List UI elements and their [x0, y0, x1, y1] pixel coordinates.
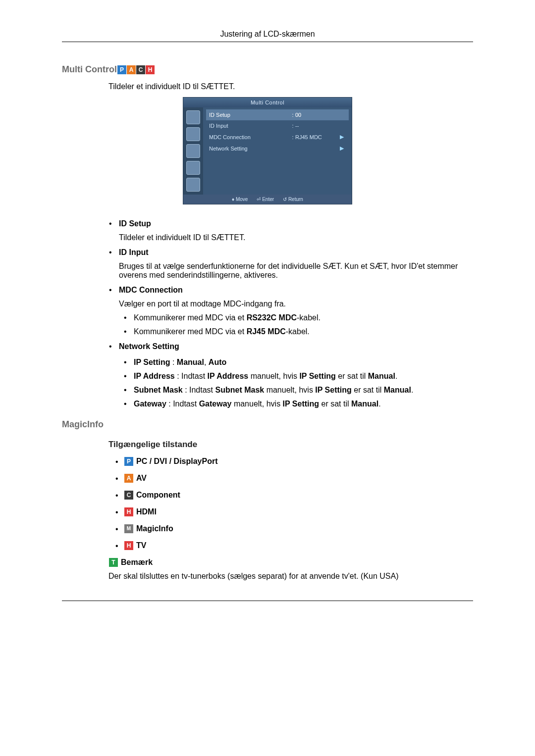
mode-label: AV: [136, 474, 147, 483]
osd-row-idinput: ID Input : --: [206, 120, 349, 131]
item-id-input: ID Input Bruges til at vælge senderfunkt…: [104, 248, 473, 280]
osd-menu: ID Setup : 00 ID Input : -- MDC Connecti…: [203, 107, 352, 195]
mode-label: PC / DVI / DisplayPort: [136, 457, 217, 466]
osd-side-icons: [183, 107, 203, 195]
network-sub-list: IP Setting : Manual, Auto IP Address : I…: [119, 358, 473, 408]
item-label: MDC Connection: [119, 286, 183, 294]
osd-side-icon: [186, 161, 200, 175]
osd-label: Network Setting: [209, 146, 290, 151]
osd-colon: :: [290, 112, 295, 118]
section-heading-multi-control: Multi Control P A C H: [62, 64, 473, 75]
mode-av: A AV: [111, 474, 473, 483]
osd-side-icon: [186, 144, 200, 158]
net-gateway: Gateway : Indtast Gateway manuelt, hvis …: [119, 400, 473, 408]
note-label: Bemærk: [121, 558, 153, 567]
osd-side-icon: [186, 178, 200, 192]
osd-value: 00: [295, 112, 340, 118]
t-icon: T: [109, 558, 118, 567]
osd-colon: :: [290, 123, 295, 129]
net-subnet-mask: Subnet Mask : Indtast Subnet Mask manuel…: [119, 386, 473, 395]
c-icon: C: [124, 491, 133, 500]
item-network-setting: Network Setting IP Setting : Manual, Aut…: [104, 342, 473, 408]
osd-side-icon: [186, 127, 200, 141]
heading-text: MagicInfo: [62, 419, 104, 430]
intro-text: Tildeler et individuelt ID til SÆTTET.: [108, 82, 473, 91]
c-icon: C: [136, 65, 145, 74]
modes-list: P PC / DVI / DisplayPort A AV C Componen…: [111, 457, 473, 550]
mode-hdmi: H HDMI: [111, 507, 473, 516]
mdc-sub-rs232c: Kommunikerer med MDC via et RS232C MDC-k…: [119, 313, 473, 322]
osd-value: RJ45 MDC: [295, 134, 340, 140]
a-icon: A: [124, 474, 133, 483]
osd-label: MDC Connection: [209, 134, 290, 140]
p-icon: P: [124, 457, 133, 466]
net-ip-address: IP Address : Indtast IP Address manuelt,…: [119, 372, 473, 381]
mode-label: HDMI: [136, 507, 157, 516]
osd-value: --: [295, 123, 340, 129]
h-icon: H: [124, 541, 133, 550]
mode-component: C Component: [111, 491, 473, 500]
h-icon: H: [146, 65, 155, 74]
item-mdc-connection: MDC Connection Vælger en port til at mod…: [104, 286, 473, 336]
osd-label: ID Input: [209, 123, 290, 129]
mode-tv: H TV: [111, 541, 473, 550]
osd-screenshot: Multi Control ID Setup : 00 ID Input :: [183, 97, 352, 204]
osd-row-mdc: MDC Connection : RJ45 MDC ▶: [206, 131, 349, 143]
mode-magicinfo: M MagicInfo: [111, 524, 473, 533]
osd-footer-enter: ⏎ Enter: [257, 197, 274, 202]
page: Justering af LCD-skærmen Multi Control P…: [0, 0, 535, 756]
osd-footer-move: ♦ Move: [232, 197, 248, 202]
chevron-right-icon: ▶: [340, 145, 346, 151]
item-desc: Vælger en port til at modtage MDC-indgan…: [119, 300, 473, 308]
net-ip-setting: IP Setting : Manual, Auto: [119, 358, 473, 367]
mode-label: MagicInfo: [136, 524, 173, 533]
osd-label: ID Setup: [209, 112, 290, 118]
a-icon: A: [127, 65, 136, 74]
p-icon: P: [117, 65, 126, 74]
mode-pc: P PC / DVI / DisplayPort: [111, 457, 473, 466]
chevron-right-icon: ▶: [340, 134, 346, 140]
osd-footer-return: ↺ Return: [283, 197, 303, 202]
item-label: ID Setup: [119, 219, 151, 228]
footer-divider: [62, 601, 473, 601]
header-divider: [62, 42, 473, 42]
note-heading: T Bemærk: [108, 558, 473, 567]
multi-control-items: ID Setup Tildeler et individuelt ID til …: [104, 219, 473, 408]
m-icon: M: [124, 524, 133, 533]
osd-colon: :: [290, 134, 295, 140]
item-label: ID Input: [119, 248, 149, 256]
page-header: Justering af LCD-skærmen: [62, 30, 473, 39]
osd-body: ID Setup : 00 ID Input : -- MDC Connecti…: [183, 107, 352, 195]
item-id-setup: ID Setup Tildeler et individuelt ID til …: [104, 219, 473, 242]
section-heading-magicinfo: MagicInfo: [62, 419, 473, 430]
heading-text: Multi Control: [62, 64, 117, 75]
item-desc: Tildeler et individuelt ID til SÆTTET.: [119, 233, 473, 242]
mode-label: Component: [136, 491, 180, 500]
osd-row-idsetup: ID Setup : 00: [206, 109, 349, 120]
mdc-sub-list: Kommunikerer med MDC via et RS232C MDC-k…: [119, 313, 473, 336]
item-desc: Bruges til at vælge senderfunktionerne f…: [119, 262, 473, 280]
mdc-sub-rj45: Kommunikerer med MDC via et RJ45 MDC-kab…: [119, 327, 473, 336]
h-icon: H: [124, 507, 133, 516]
osd-side-icon: [186, 110, 200, 124]
note-text: Der skal tilsluttes en tv-tunerboks (sæl…: [108, 572, 473, 581]
osd-row-network: Network Setting ▶: [206, 143, 349, 154]
subheading-modes: Tilgængelige tilstande: [108, 440, 473, 450]
osd-title: Multi Control: [183, 98, 352, 107]
mode-label: TV: [136, 541, 146, 550]
item-label: Network Setting: [119, 342, 179, 351]
osd-footer: ♦ Move ⏎ Enter ↺ Return: [183, 195, 352, 204]
